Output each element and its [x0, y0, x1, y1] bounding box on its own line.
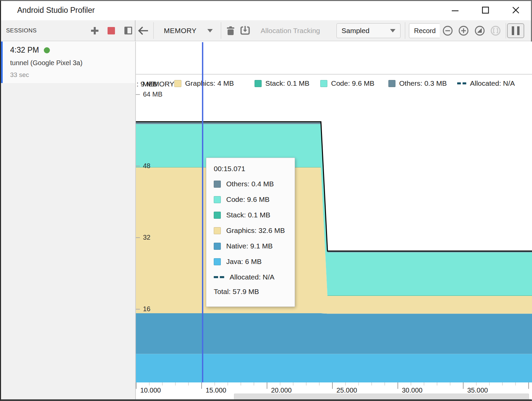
- maximize-button[interactable]: [480, 5, 491, 15]
- sampling-mode-value: Sampled: [342, 27, 370, 35]
- add-session-button[interactable]: [91, 27, 99, 36]
- close-icon: [511, 6, 520, 15]
- stop-session-button[interactable]: [108, 27, 115, 34]
- tooltip-row: Allocated: N/A: [214, 269, 287, 285]
- pause-icon: [512, 26, 514, 35]
- back-button[interactable]: [137, 25, 149, 38]
- zoom-panel-divider: [506, 23, 506, 38]
- profiler-window: Android Studio Profiler SESSIONS MEMORY: [0, 0, 532, 401]
- session-list-item[interactable]: 4:32 PM tunnel (Google Pixel 3a) 33 sec: [1, 42, 135, 83]
- y-tick-mark: [136, 166, 140, 166]
- y-tick-label: 32: [143, 234, 150, 241]
- toolbar-divider: [135, 20, 136, 41]
- timeline-marker-line: [202, 42, 203, 382]
- y-tick-mark: [136, 309, 140, 310]
- zoom-to-selection-button: [487, 25, 503, 36]
- zoom-out-icon: [442, 25, 453, 36]
- memory-timeline-pane: : 9 MB MEMORY Graphics: 4 MBStack: 0.1 M…: [136, 42, 532, 399]
- tooltip-row-label: Native: 9.1 MB: [226, 242, 273, 250]
- x-tick-label: 35.000: [467, 386, 488, 394]
- chevron-down-icon: [207, 29, 213, 32]
- allocated-dash-icon: [214, 276, 224, 278]
- legend-swatch: [214, 196, 221, 203]
- sessions-panel: 4:32 PM tunnel (Google Pixel 3a) 33 sec: [1, 42, 136, 399]
- session-duration: 33 sec: [10, 71, 29, 79]
- tooltip-row: Stack: 0.1 MB: [214, 207, 287, 223]
- zoom-selection-icon: [490, 25, 501, 36]
- x-tick-label: 10.000: [140, 386, 161, 394]
- y-tick-mark: [136, 237, 140, 238]
- maximize-icon: [481, 6, 490, 15]
- x-tick-label: 25.000: [336, 386, 357, 394]
- horizontal-scrollbar-thumb[interactable]: [234, 394, 529, 399]
- zoom-controls: [440, 20, 524, 41]
- toolbar: SESSIONS MEMORY All: [1, 20, 531, 41]
- minimize-icon: [451, 6, 460, 15]
- memory-stacked-area-chart[interactable]: [136, 42, 532, 382]
- toolbar-divider: [221, 22, 221, 39]
- zoom-in-icon: [458, 25, 469, 36]
- tooltip-row-label: Allocated: N/A: [230, 273, 274, 281]
- reset-zoom-button[interactable]: [472, 25, 487, 36]
- tooltip-row: Others: 0.4 MB: [214, 176, 287, 192]
- live-session-dot: [44, 47, 50, 53]
- legend-swatch: [214, 243, 221, 250]
- toolbar-divider: [153, 22, 154, 39]
- record-button[interactable]: Record: [409, 23, 442, 38]
- zoom-in-button[interactable]: [455, 25, 471, 36]
- tooltip-row: Native: 9.1 MB: [214, 238, 287, 254]
- chevron-down-icon: [390, 29, 395, 32]
- tooltip-row-label: Code: 9.6 MB: [226, 195, 269, 204]
- tooltip-row-label: Graphics: 32.6 MB: [226, 226, 285, 235]
- tooltip-total: Total: 57.9 MB: [214, 288, 287, 296]
- sessions-header: SESSIONS: [6, 20, 37, 41]
- record-button-label: Record: [414, 27, 436, 35]
- tooltip-row-label: Stack: 0.1 MB: [226, 211, 270, 219]
- chart-tooltip: 00:15.071 Others: 0.4 MBCode: 9.6 MBStac…: [206, 158, 295, 307]
- legend-swatch: [214, 258, 221, 265]
- close-button[interactable]: [511, 5, 521, 15]
- legend-swatch: [214, 181, 221, 188]
- tooltip-row: Java: 6 MB: [214, 254, 287, 269]
- y-tick-mark: [136, 94, 140, 95]
- capture-heap-dump-button[interactable]: [240, 25, 250, 37]
- titlebar: Android Studio Profiler: [1, 1, 531, 20]
- tooltip-time: 00:15.071: [214, 165, 287, 173]
- back-arrow-icon: [137, 25, 149, 36]
- tooltip-row: Graphics: 32.6 MB: [214, 223, 287, 238]
- sampling-mode-select[interactable]: Sampled: [336, 23, 401, 38]
- profiler-type-dropdown[interactable]: MEMORY: [164, 20, 197, 41]
- session-device: tunnel (Google Pixel 3a): [10, 59, 83, 67]
- x-tick-label: 20.000: [271, 386, 292, 394]
- gc-trash-button[interactable]: [226, 26, 236, 37]
- toolbar-divider: [405, 22, 405, 39]
- x-tick-label: 30.000: [402, 386, 422, 394]
- zoom-out-button[interactable]: [440, 25, 455, 36]
- tooltip-row-label: Java: 6 MB: [226, 258, 262, 266]
- reset-zoom-icon: [474, 25, 485, 36]
- allocation-tracking-label: Allocation Tracking: [261, 20, 320, 41]
- legend-swatch: [214, 212, 221, 219]
- tooltip-row: Code: 9.6 MB: [214, 192, 287, 207]
- x-tick-label: 15.000: [206, 386, 226, 394]
- area-series-java: [136, 354, 532, 383]
- area-series-native: [136, 313, 532, 354]
- tooltip-row-label: Others: 0.4 MB: [226, 180, 274, 188]
- trash-icon: [226, 26, 236, 36]
- y-tick-label: 48: [143, 162, 150, 170]
- download-bracket-icon: [240, 25, 250, 36]
- collapse-panel-button[interactable]: [124, 27, 132, 34]
- pause-live-button[interactable]: [507, 23, 524, 38]
- y-tick-label: 16: [143, 305, 150, 313]
- selected-session-indicator: [1, 42, 3, 83]
- plus-icon: [91, 27, 99, 35]
- session-time: 4:32 PM: [10, 46, 39, 55]
- legend-swatch: [214, 227, 221, 234]
- window-title: Android Studio Profiler: [17, 6, 95, 15]
- minimize-button[interactable]: [450, 5, 460, 15]
- y-tick-label: 64 MB: [143, 90, 162, 98]
- tooltip-rows: Others: 0.4 MBCode: 9.6 MBStack: 0.1 MBG…: [214, 176, 287, 285]
- pause-icon: [517, 26, 520, 35]
